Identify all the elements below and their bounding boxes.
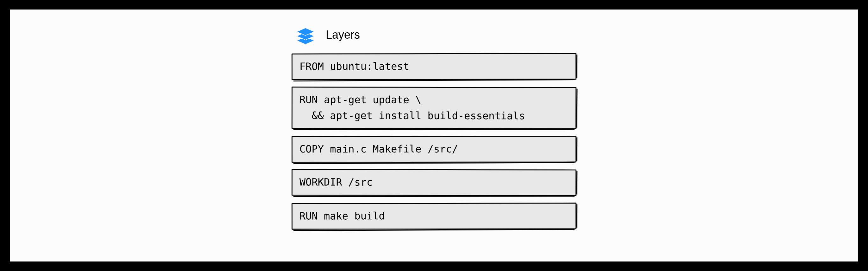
- diagram-title: Layers: [326, 28, 360, 42]
- layers-icon: [294, 25, 317, 44]
- layer-2: COPY main.c Makefile /src/: [291, 136, 577, 162]
- layer-0: FROM ubuntu:latest: [291, 53, 577, 80]
- diagram-content: Layers FROM ubuntu:latest RUN apt-get up…: [291, 22, 577, 237]
- layer-1: RUN apt-get update \ && apt-get install …: [291, 86, 577, 129]
- layer-4: RUN make build: [291, 202, 577, 229]
- svg-marker-4: [297, 28, 314, 35]
- diagram-frame: Layers FROM ubuntu:latest RUN apt-get up…: [10, 9, 858, 262]
- layer-3: WORKDIR /src: [291, 169, 577, 196]
- diagram-header: Layers: [294, 25, 577, 44]
